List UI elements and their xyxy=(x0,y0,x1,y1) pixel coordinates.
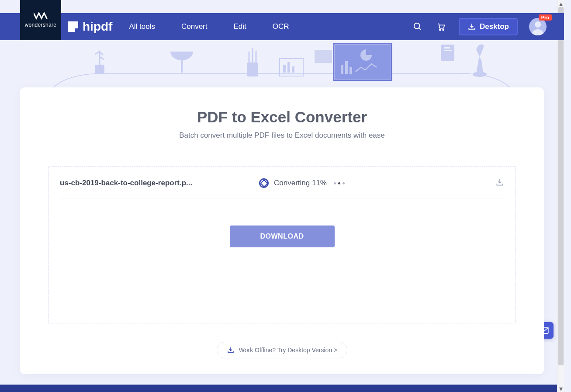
conversion-status: Converting 11% xyxy=(259,178,345,188)
cart-icon[interactable] xyxy=(435,21,447,33)
converter-card: PDF to Excel Converter Batch convert mul… xyxy=(20,87,544,374)
pro-badge: Pro xyxy=(539,14,552,21)
download-small-icon xyxy=(227,346,235,354)
file-row: us-cb-2019-back-to-college-report.p... C… xyxy=(60,167,504,198)
nav-ocr[interactable]: OCR xyxy=(273,22,289,31)
footer-bar xyxy=(0,385,564,392)
desktop-button-label: Desktop xyxy=(480,22,509,31)
svg-rect-18 xyxy=(341,65,343,74)
svg-point-4 xyxy=(535,21,541,28)
svg-rect-23 xyxy=(444,47,450,49)
brand-company-label: wondershare xyxy=(25,22,57,28)
desktop-button[interactable]: Desktop xyxy=(459,18,518,35)
page-subtitle: Batch convert multiple PDF files to Exce… xyxy=(48,131,516,140)
offline-desktop-pill[interactable]: Work Offline? Try Desktop Version > xyxy=(217,342,348,358)
svg-rect-22 xyxy=(441,45,454,61)
nav-all-tools[interactable]: All tools xyxy=(129,22,155,31)
status-text: Converting 11% xyxy=(274,179,327,187)
header-actions: Desktop Pro xyxy=(412,18,547,35)
scroll-up-icon[interactable]: ▴ xyxy=(557,0,564,7)
svg-point-3 xyxy=(443,29,444,31)
svg-line-1 xyxy=(419,28,421,30)
user-avatar-wrap: Pro xyxy=(529,18,547,35)
scroll-down-icon[interactable]: ▾ xyxy=(557,385,564,392)
svg-point-25 xyxy=(473,72,487,77)
hipdf-logo[interactable]: hipdf xyxy=(68,20,112,34)
svg-rect-14 xyxy=(292,66,294,73)
offline-pill-label: Work Offline? Try Desktop Version > xyxy=(239,347,338,354)
svg-rect-24 xyxy=(444,50,452,51)
download-button[interactable]: DOWNLOAD xyxy=(230,225,335,247)
main-header: hipdf All tools Convert Edit OCR Desktop xyxy=(0,13,564,40)
svg-rect-7 xyxy=(247,62,258,76)
product-name: hipdf xyxy=(83,20,112,34)
page-title: PDF to Excel Converter xyxy=(48,108,516,126)
decorative-banner xyxy=(0,40,564,87)
download-desktop-icon xyxy=(467,22,476,31)
hipdf-logo-icon xyxy=(68,21,78,32)
svg-rect-15 xyxy=(315,50,332,63)
nav-convert[interactable]: Convert xyxy=(181,22,208,31)
svg-rect-19 xyxy=(345,61,348,74)
svg-rect-12 xyxy=(283,65,286,73)
file-drop-area[interactable]: us-cb-2019-back-to-college-report.p... C… xyxy=(48,166,516,323)
vertical-scrollbar[interactable]: ▴ ▾ xyxy=(557,0,564,392)
nav-edit[interactable]: Edit xyxy=(233,22,246,31)
search-icon[interactable] xyxy=(412,21,424,33)
svg-rect-6 xyxy=(181,60,183,73)
svg-point-2 xyxy=(439,29,441,31)
wondershare-logo-icon xyxy=(34,12,48,20)
svg-rect-5 xyxy=(95,65,104,74)
svg-point-0 xyxy=(414,23,420,29)
loading-dots-icon xyxy=(334,182,345,184)
top-spacer xyxy=(0,0,564,13)
user-avatar[interactable] xyxy=(529,18,547,35)
file-name-label: us-cb-2019-back-to-college-report.p... xyxy=(60,179,252,187)
svg-rect-13 xyxy=(287,62,290,73)
wondershare-brand-tab[interactable]: wondershare xyxy=(20,0,61,40)
scrollbar-thumb[interactable] xyxy=(558,7,564,365)
main-nav: All tools Convert Edit OCR xyxy=(129,22,289,31)
download-file-icon[interactable] xyxy=(495,178,504,188)
converting-spinner-icon xyxy=(259,178,269,188)
svg-rect-20 xyxy=(350,67,352,74)
